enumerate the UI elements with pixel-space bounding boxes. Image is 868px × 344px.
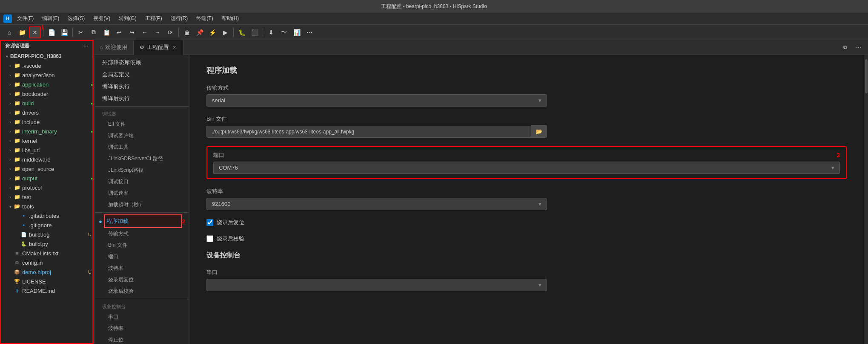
nav-item-debug-tool[interactable]: 调试工具: [95, 142, 189, 153]
port-select[interactable]: COM76 ▾: [213, 162, 840, 174]
tree-item-drivers[interactable]: › 📁 drivers: [0, 108, 93, 117]
menu-terminal[interactable]: 终端(T): [193, 14, 216, 23]
save-btn[interactable]: 💾: [58, 26, 70, 38]
main-area: 资源管理器 ··· ▾ BEARPI-PICO_H3863 › 📁 .vscod…: [0, 40, 868, 344]
menu-run[interactable]: 运行(R): [167, 14, 192, 23]
open-folder-btn[interactable]: 📁: [16, 26, 28, 38]
back-btn[interactable]: ←: [139, 26, 151, 38]
menu-view[interactable]: 视图(V): [90, 14, 114, 23]
split-view-btn[interactable]: ⧉: [839, 41, 851, 53]
nav-item-jlink-script[interactable]: JLinkScript路径: [95, 165, 189, 176]
tree-item-buildlog[interactable]: 📄 build.log U: [0, 230, 93, 239]
tree-item-include[interactable]: › 📁 include: [0, 117, 93, 127]
tree-item-gitignore[interactable]: 🔹 .gitignore: [0, 220, 93, 230]
nav-item-post-compile[interactable]: 编译后执行: [95, 93, 189, 104]
include-label: include: [22, 119, 93, 125]
tree-item-application[interactable]: › 📁 application ●: [0, 80, 93, 89]
menu-file[interactable]: 文件(F): [14, 14, 37, 23]
cut-btn[interactable]: ✂: [75, 26, 87, 38]
serial-port-arrow: ▾: [539, 282, 541, 288]
debug-btn[interactable]: 🐛: [236, 26, 248, 38]
nav-item-debug-speed[interactable]: 调试速率: [95, 188, 189, 199]
nav-item-baud-rate[interactable]: 波特率: [95, 263, 189, 274]
reset-after-checkbox[interactable]: [206, 219, 213, 226]
more-views-btn[interactable]: ⋯: [853, 41, 865, 53]
nav-item-static-lib[interactable]: 外部静态库依赖: [95, 57, 189, 69]
tab-welcome[interactable]: ⌂ 欢迎使用: [94, 40, 134, 55]
tree-item-interim-binary[interactable]: › 📁 interim_binary ●: [0, 127, 93, 136]
tree-item-middleware[interactable]: › 📁 middleware: [0, 155, 93, 164]
tab-config-close[interactable]: ✕: [172, 45, 177, 50]
nav-item-debug-client[interactable]: 调试客户端: [95, 130, 189, 142]
redo-btn[interactable]: ↪: [126, 26, 138, 38]
copy-btn[interactable]: ⧉: [88, 26, 100, 38]
nav-item-program-load[interactable]: 程序加载: [104, 214, 182, 228]
tree-root[interactable]: ▾ BEARPI-PICO_H3863: [0, 52, 93, 61]
nav-item-bin-file[interactable]: Bin 文件: [95, 240, 189, 251]
undo-btn[interactable]: ↩: [113, 26, 125, 38]
terminal-btn[interactable]: ⬛: [249, 26, 261, 38]
chart-btn[interactable]: 📊: [291, 26, 303, 38]
config-scrollbar[interactable]: [864, 55, 868, 344]
tree-item-buildpy[interactable]: 🐍 build.py: [0, 239, 93, 249]
tree-item-build[interactable]: › 📁 build ●: [0, 98, 93, 108]
settings-btn[interactable]: ✕ 1: [29, 26, 41, 38]
tree-item-gitattributes[interactable]: 🔹 .gitattributes: [0, 211, 93, 220]
nav-item-reset-after[interactable]: 烧录后复位: [95, 274, 189, 286]
menu-select[interactable]: 选择(S): [64, 14, 88, 23]
nav-item-load-timeout[interactable]: 加载超时（秒）: [95, 199, 189, 211]
more-btn[interactable]: ⋯: [304, 26, 315, 38]
build-btn[interactable]: 📌: [194, 26, 206, 38]
menu-help[interactable]: 帮助(H): [218, 14, 243, 23]
dropdown-btn[interactable]: ⬇: [265, 26, 277, 38]
tree-item-tools[interactable]: ▾ 📂 tools: [0, 202, 93, 211]
nav-item-debug-interface[interactable]: 调试接口: [95, 176, 189, 188]
tree-item-kernel[interactable]: › 📁 kernel: [0, 136, 93, 145]
tree-item-readme[interactable]: ℹ README.md: [0, 286, 93, 295]
nav-item-pre-compile[interactable]: 编译前执行: [95, 81, 189, 93]
menu-project[interactable]: 工程(P): [142, 14, 166, 23]
tree-item-license[interactable]: 🏆 LICENSE: [0, 277, 93, 286]
tree-item-cmakelists[interactable]: ≡ CMakeLists.txt: [0, 249, 93, 258]
refresh-btn[interactable]: ⟳: [164, 26, 176, 38]
home-btn[interactable]: ⌂: [3, 26, 15, 38]
tree-item-vscode[interactable]: › 📁 .vscode: [0, 61, 93, 70]
tree-item-libs-url[interactable]: › 📁 libs_url: [0, 145, 93, 155]
tree-item-test[interactable]: › 📁 test: [0, 192, 93, 202]
baud-rate-select[interactable]: 921600 ▾: [206, 198, 547, 210]
forward-btn[interactable]: →: [152, 26, 163, 38]
tab-config[interactable]: ⚙ 工程配置 ✕: [134, 40, 183, 55]
nav-item-serial[interactable]: 串口: [95, 311, 189, 323]
tree-item-bootloader[interactable]: › 📁 bootloader: [0, 89, 93, 98]
nav-item-elf[interactable]: Elf 文件: [95, 119, 189, 130]
scrollbar-thumb[interactable]: [865, 59, 868, 93]
verify-after-checkbox[interactable]: [206, 235, 213, 242]
tree-item-analyzerjson[interactable]: › 📁 analyzerJson: [0, 70, 93, 80]
drivers-chevron: ›: [7, 109, 14, 116]
nav-item-device-baud[interactable]: 波特率: [95, 323, 189, 334]
tree-item-open-source[interactable]: › 📁 open_source: [0, 164, 93, 173]
run-btn[interactable]: ▶: [219, 26, 231, 38]
tree-item-protocol[interactable]: › 📁 protocol: [0, 183, 93, 192]
sidebar-more-btn[interactable]: ···: [83, 43, 88, 49]
transfer-select[interactable]: serial ▾: [206, 94, 547, 107]
build-clean-btn[interactable]: 🗑: [181, 26, 193, 38]
bin-file-browse-btn[interactable]: 📂: [531, 125, 547, 138]
paste-btn[interactable]: 📋: [100, 26, 112, 38]
menu-edit[interactable]: 编辑(E): [39, 14, 63, 23]
serial-port-select[interactable]: ▾: [206, 279, 547, 291]
tree-item-configin[interactable]: ⚙ config.in: [0, 258, 93, 267]
wave-btn[interactable]: 〜: [278, 26, 290, 38]
nav-item-jlink-server[interactable]: JLinkGDBServerCL路径: [95, 153, 189, 165]
new-file-btn[interactable]: 📄: [46, 26, 57, 38]
nav-item-global-macro[interactable]: 全局宏定义: [95, 69, 189, 81]
nav-item-verify-after[interactable]: 烧录后校验: [95, 286, 189, 297]
nav-item-port[interactable]: 端口: [95, 251, 189, 263]
menu-goto[interactable]: 转到(G): [115, 14, 140, 23]
nav-item-stop-bit[interactable]: 停止位: [95, 334, 189, 344]
tree-item-output[interactable]: › 📁 output ●: [0, 173, 93, 183]
bin-file-input[interactable]: ./output/ws63/fwpkg/ws63-liteos-app/ws63…: [206, 126, 531, 138]
nav-item-transfer[interactable]: 传输方式: [95, 228, 189, 240]
tree-item-demohiproj[interactable]: 📦 demo.hiproj U: [0, 267, 93, 277]
flash-btn[interactable]: ⚡: [206, 26, 218, 38]
